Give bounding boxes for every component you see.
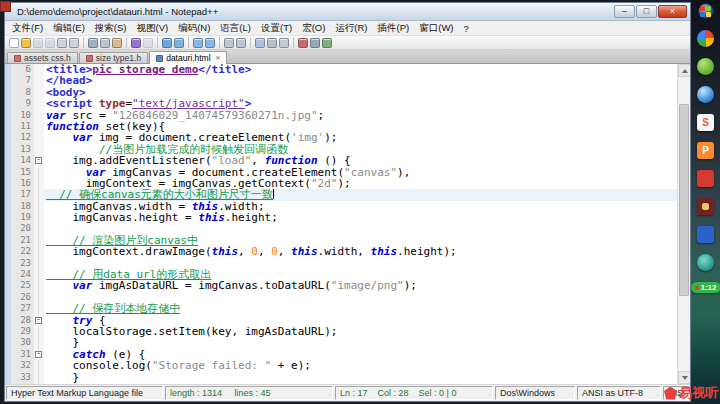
code-text[interactable]: }, false); [44,383,690,384]
maroon-app-icon[interactable] [697,198,714,215]
green-browser-icon[interactable] [697,58,714,75]
line-number[interactable]: 7 [11,75,34,86]
line-number[interactable]: 22 [11,246,34,257]
windows-start-button[interactable] [698,3,714,19]
pp-video-icon[interactable]: P [697,142,714,159]
sync-vertical-scroll-icon[interactable] [224,38,234,48]
fold-collapse-icon[interactable]: - [35,317,42,324]
line-number[interactable]: 21 [11,235,34,246]
line-number[interactable]: 11 [11,121,34,132]
line-number[interactable]: 17 [11,189,34,200]
line-number[interactable]: 29 [11,326,34,337]
code-text[interactable]: var imgAsDataURL = imgCanvas.toDataURL("… [44,280,690,291]
blue-globe-icon[interactable] [697,86,714,103]
menu-item-4[interactable]: 编码(N) [173,21,215,36]
line-number[interactable]: 23 [11,258,34,269]
paste-icon[interactable] [112,38,122,48]
sync-horizontal-scroll-icon[interactable] [236,38,246,48]
indent-guide-icon[interactable] [279,38,289,48]
show-all-characters-icon[interactable] [267,38,277,48]
menu-item-3[interactable]: 视图(V) [131,21,173,36]
code-text[interactable]: console.log("Storage failed: " + e); [44,360,690,371]
menu-item-2[interactable]: 搜索(S) [90,21,132,36]
save-all-icon[interactable] [45,38,55,48]
save-icon[interactable] [33,38,43,48]
scrollbar-thumb[interactable] [679,104,689,296]
menu-item-6[interactable]: 设置(T) [256,21,297,36]
code-text[interactable]: } [44,372,690,383]
record-macro-icon[interactable] [298,38,308,48]
menu-item-10[interactable]: 窗口(W) [414,21,458,36]
line-number[interactable]: 16 [11,178,34,189]
line-number[interactable]: 25 [11,280,34,291]
replace-icon[interactable] [174,38,184,48]
code-text[interactable]: </head> [44,75,690,86]
title-bar[interactable]: D:\demo\demo\project\datauri.html - Note… [5,3,690,21]
line-number[interactable]: 9 [11,98,34,109]
undo-icon[interactable] [131,38,141,48]
code-text[interactable]: imgContext.drawImage(this, 0, 0, this.wi… [44,246,690,257]
maximize-button[interactable]: □ [636,5,657,18]
menu-item-7[interactable]: 宏(O) [297,21,330,36]
line-number[interactable]: 20 [11,223,34,234]
copy-icon[interactable] [100,38,110,48]
word-wrap-icon[interactable] [255,38,265,48]
editor-pane[interactable]: 6<title>pic storage demo</title>7</head>… [5,64,690,384]
line-number[interactable]: 13 [11,144,34,155]
line-number[interactable]: 12 [11,132,34,143]
sogou-browser-icon[interactable]: S [697,114,714,131]
code-text[interactable]: imgCanvas.height = this.height; [44,212,690,223]
find-icon[interactable] [162,38,172,48]
tab-assets-css-h[interactable]: assets css.h [7,52,78,63]
line-number[interactable]: 26 [11,292,34,303]
line-number[interactable]: 19 [11,212,34,223]
close-file-icon[interactable] [57,38,67,48]
line-number[interactable]: 6 [11,64,34,75]
redo-icon[interactable] [143,38,153,48]
fold-collapse-icon[interactable]: - [35,351,42,358]
scroll-up-button[interactable] [678,64,690,77]
tab-datauri-html[interactable]: datauri.html× [149,51,227,64]
browser-round-icon[interactable] [697,30,714,47]
stop-macro-icon[interactable] [310,38,320,48]
code-text[interactable]: <title>pic storage demo</title> [44,64,690,75]
line-number[interactable]: 34 [11,383,34,384]
cut-icon[interactable] [88,38,98,48]
open-folder-icon[interactable] [21,38,31,48]
blue-app-icon[interactable] [697,226,714,243]
line-number[interactable]: 15 [11,167,34,178]
menu-item-11[interactable]: ? [459,22,474,35]
code-text[interactable]: localStorage.setItem(key, imgAsDataURL); [44,326,690,337]
line-number[interactable]: 30 [11,337,34,348]
editor-vertical-scrollbar[interactable] [677,64,690,384]
menu-item-9[interactable]: 插件(P) [373,21,415,36]
menu-item-0[interactable]: 文件(F) [7,21,48,36]
line-number[interactable]: 27 [11,303,34,314]
zoom-out-icon[interactable] [205,38,215,48]
line-number[interactable]: 31 [11,349,34,360]
tab-size-type1-h[interactable]: size type1.h [79,52,148,63]
line-number[interactable]: 33 [11,372,34,383]
line-number[interactable]: 10 [11,110,34,121]
close-button[interactable]: × [658,5,687,18]
red-app-icon[interactable] [697,170,714,187]
minimize-button[interactable]: – [614,5,635,18]
menu-item-8[interactable]: 运行(R) [330,21,372,36]
line-number[interactable]: 28 [11,315,34,326]
line-number[interactable]: 32 [11,360,34,371]
scroll-down-button[interactable] [678,371,690,384]
line-number[interactable]: 14 [11,155,34,166]
line-number[interactable]: 18 [11,201,34,212]
play-macro-icon[interactable] [322,38,332,48]
fold-collapse-icon[interactable]: - [35,157,42,164]
zoom-in-icon[interactable] [193,38,203,48]
close-all-icon[interactable] [69,38,79,48]
tab-close-icon[interactable]: × [216,54,221,62]
line-number[interactable]: 8 [11,87,34,98]
menu-item-1[interactable]: 编辑(E) [48,21,90,36]
teal-app-icon[interactable] [697,254,714,271]
line-number[interactable]: 24 [11,269,34,280]
new-file-icon[interactable] [9,38,19,48]
menu-item-5[interactable]: 语言(L) [215,21,256,36]
code-text[interactable]: // 保存到本地存储中 [44,303,690,314]
